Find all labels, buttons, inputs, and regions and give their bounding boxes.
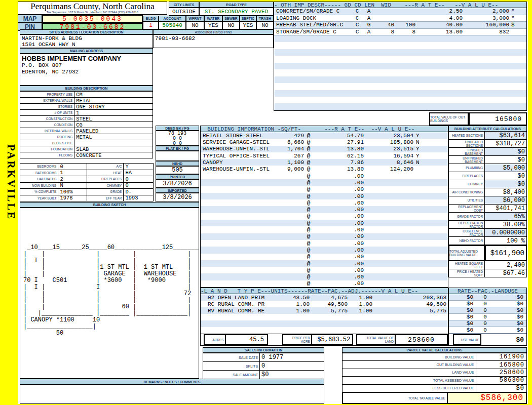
- landuse-row: $0 0 $0: [449, 301, 526, 307]
- field-value: METAL: [74, 98, 153, 103]
- at-symbol: @: [304, 267, 313, 273]
- land-fac: 1.00: [348, 308, 372, 314]
- field-label: NOW BUILDING: [20, 183, 58, 189]
- at-symbol: @: [304, 207, 313, 213]
- remarks-header: REMARKS / NOTES / COMMENTS: [20, 379, 324, 385]
- remarks-box[interactable]: [20, 385, 324, 404]
- oth-imp-empty-row: [274, 49, 526, 56]
- attr-calc-value: $0: [485, 173, 526, 180]
- attr-calc-label: REPLACEMENT COST: [449, 205, 485, 212]
- land-type: 02 OPEN LAND PRIM: [201, 295, 274, 301]
- attributes-row: BEDROOMS 0 A/C Y: [20, 164, 154, 170]
- record-sheet: Perquimans County, North Carolina Tax Su…: [18, 2, 528, 404]
- out-buildings-total-label: TOTAL VALUE OF OUT BUILDINGS: [430, 115, 468, 123]
- printed-value: 3/8/2026: [156, 179, 199, 188]
- at-symbol: @: [304, 159, 313, 166]
- land-header: -L A N D T Y P E---UNITS------RATE--FAC.…: [200, 288, 448, 294]
- oth-imp-value: 3,000: [463, 15, 509, 21]
- field-value: CONCRETE: [74, 152, 153, 158]
- field-value: METAL: [74, 134, 153, 140]
- attr-calc-row: DEPRECIATION FACTOR 38.00%: [448, 221, 527, 229]
- at-symbol: @: [304, 213, 313, 219]
- oth-imp-row: STORAGE/SM/GRADE C C A 8 8 13.00 832: [274, 29, 526, 36]
- building-info-flag: Y: [413, 133, 426, 139]
- building-info-header: BUILDING INFORMATION -SQ/FT- ---R A T E-…: [200, 126, 448, 132]
- field-value: N: [58, 183, 87, 189]
- building-info-sqft: 1,704: [276, 146, 304, 152]
- land-type: RC RURAL COMM. PR: [201, 301, 274, 307]
- parcel-calc-label: BUILDING VALUE: [343, 353, 476, 360]
- landuse-fac: 0: [473, 327, 497, 333]
- land-totals-row: ACRES 45.5 PRICE PER ACRE $5,683.52 TOTA…: [200, 334, 448, 346]
- land-row: 02 OPEN LAND PRIM 43.50 4,675 1.00 203,3…: [201, 294, 448, 301]
- trash-value: NO: [256, 21, 274, 29]
- parcel-calc-header: PARCEL VALUE CALCULATIONS: [342, 347, 527, 353]
- building-description-row: CONSTRUCTION STEEL: [20, 116, 153, 122]
- at-symbol: @: [304, 240, 313, 247]
- building-info-row: RETAIL STORE-STEEL 429 @ 54.79 23,504 Y: [201, 132, 448, 139]
- at-symbol: @: [304, 180, 313, 186]
- building-info-rate: 62.15: [313, 153, 364, 159]
- landuse-fac: 0: [473, 307, 497, 313]
- building-info-rate: .00: [313, 213, 364, 219]
- attr-calc-value: $5,000: [485, 165, 526, 172]
- situs-box: MARTIN-FORK & BLDG 1591 OCEAN HWY N: [20, 34, 153, 48]
- attr-calc-row: PRICE / HEATED SQFT $67.46: [448, 269, 527, 277]
- field-label: PROPERTY USE: [20, 92, 74, 97]
- building-info-sqft: 267: [276, 153, 304, 159]
- land-empty-row: [201, 314, 448, 320]
- attr-calc-label: GRADE FACTOR: [449, 213, 485, 220]
- landuse-rate: $0: [449, 320, 473, 327]
- attributes-row: % COMPLETE 100% GRADE D-: [20, 189, 154, 195]
- building-description-row: PROPERTY USE CM: [20, 92, 153, 98]
- oth-imp-desc: LOADING DOCK: [274, 15, 350, 21]
- building-info-flag: N: [413, 159, 426, 166]
- building-info-value: 8,646: [364, 159, 413, 166]
- at-symbol: @: [304, 139, 313, 145]
- total-land-label: TOTAL VALUE OF LAND: [356, 334, 396, 345]
- attr-calc-label: UNFINISHED BASEMENT: [449, 156, 485, 164]
- building-info-empty-row: @ .00: [201, 179, 448, 186]
- field-label: YEAR BUILT: [20, 195, 58, 201]
- attr-calc-value: $0: [485, 156, 526, 164]
- account-label: ACCOUNT: [159, 16, 186, 21]
- building-info-rate: 13.80: [313, 166, 364, 172]
- attr-calc-value: $401,741: [485, 205, 526, 212]
- oth-imp-empty-row: [274, 103, 526, 110]
- situs-line2: 1591 OCEAN HWY N: [22, 42, 151, 48]
- oth-imp-rate: 4.00: [415, 15, 463, 21]
- building-info-row: SERVICE GARAGE-STEEL 6,660 @ 27.91 185,8…: [201, 139, 448, 145]
- attr-calc-row: FINISHED BASEMENT $0: [448, 148, 527, 156]
- field-value: 0: [124, 176, 153, 182]
- bldg-label: BLDG: [143, 16, 159, 21]
- land-rows: 02 OPEN LAND PRIM 43.50 4,675 1.00 203,3…: [200, 294, 448, 314]
- attr-calc-value: 100 %: [485, 237, 526, 245]
- oth-imp-header: - OTH IMP DESCR----- GD CD LEN WID ---R …: [274, 2, 527, 8]
- attr-calc-row: HEATED SQUARE FEET 2,400: [448, 261, 527, 269]
- land-units: 1.00: [274, 308, 310, 314]
- oth-imp-empty-row: [274, 83, 526, 90]
- field-value: 1: [74, 110, 153, 115]
- field-label: EFF YEAR: [87, 195, 124, 201]
- field-label: BLDG STYLE: [20, 140, 74, 146]
- city-limits-value: OUTSIDE: [169, 8, 199, 16]
- field-value: Y: [124, 164, 153, 170]
- building-description-row: CONDITION CG: [20, 122, 153, 128]
- landuse-rate: $0: [449, 327, 473, 333]
- building-info-empty-row: @ .00: [201, 240, 448, 247]
- use-value-row: USE VALUE $0: [448, 334, 527, 346]
- building-description-row: EXTERNAL WALLS METAL: [20, 98, 153, 104]
- building-sketch-box: _10____15______25_____60_____________125…: [20, 208, 199, 379]
- field-label: % COMPLETE: [20, 189, 58, 195]
- county-header-box: Perquimans County, North Carolina Tax Su…: [18, 2, 167, 15]
- field-label: BEDROOMS: [20, 164, 58, 170]
- parcel-calc-value: 586300: [476, 377, 526, 384]
- sales-label: SPLITS: [203, 362, 260, 370]
- parcel-calc-value: 161900: [476, 353, 526, 360]
- building-info-value: 23,515: [364, 146, 413, 152]
- building-info-rate: .00: [313, 240, 364, 247]
- attr-calc-label: UTILITIES: [449, 196, 485, 204]
- landuse-row: $0 0 $0: [449, 294, 526, 301]
- total-land-value: 258600: [395, 334, 448, 345]
- oth-imp-wid: 8: [394, 29, 415, 35]
